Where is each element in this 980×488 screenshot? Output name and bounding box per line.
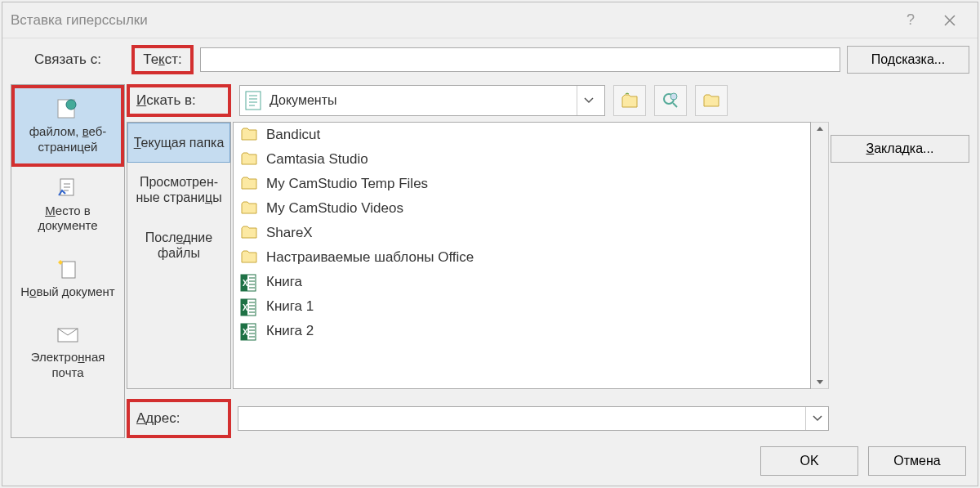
svg-text:X: X xyxy=(243,303,248,312)
list-item[interactable]: XКнига 2 xyxy=(234,319,810,343)
file-name: ShareX xyxy=(266,225,313,241)
subnav-browsed-pages[interactable]: Просмотрен-ные страницы xyxy=(127,163,230,217)
look-in-selected: Документы xyxy=(270,93,577,108)
look-in-label: Искать в: xyxy=(127,84,231,117)
subnav-current-folder[interactable]: Текущая папка xyxy=(127,123,230,163)
scroll-up-icon xyxy=(816,126,824,132)
list-item[interactable]: Bandicut xyxy=(234,123,810,147)
file-name: My CamStudio Temp Files xyxy=(266,176,428,192)
look-in-row: Искать в: Документы xyxy=(127,84,829,117)
svg-point-7 xyxy=(670,93,677,100)
folder-open-icon xyxy=(702,93,720,108)
link-type-label: файлом, веб-страницей xyxy=(18,124,118,155)
close-icon xyxy=(944,15,956,26)
address-combo[interactable] xyxy=(238,406,829,431)
folder-icon xyxy=(240,200,258,217)
link-type-file-web[interactable]: файлом, веб-страницей xyxy=(11,85,124,167)
document-icon xyxy=(245,91,261,110)
file-name: Книга xyxy=(266,274,302,290)
list-item[interactable]: My CamStudio Temp Files xyxy=(234,172,810,196)
look-in-dropdown[interactable]: Документы xyxy=(239,85,605,116)
svg-point-1 xyxy=(66,100,76,110)
link-type-label: Место в документе xyxy=(16,204,120,235)
folder-icon xyxy=(240,151,258,168)
browse-body: Текущая папка Просмотрен-ные страницы По… xyxy=(127,122,829,389)
subnav-recent-files[interactable]: Последние файлы xyxy=(127,218,230,273)
dialog-content: Связать с: Текст: Подсказка... файлом, в… xyxy=(2,38,978,486)
browse-subnav: Текущая папка Просмотрен-ные страницы По… xyxy=(127,122,231,389)
chevron-down-icon xyxy=(805,407,828,430)
up-folder-button[interactable] xyxy=(613,85,646,116)
file-list-wrap: BandicutCamtasia StudioMy CamStudio Temp… xyxy=(233,122,829,389)
dialog-footer: OK Отмена xyxy=(11,438,969,479)
excel-icon: X xyxy=(240,323,258,339)
web-file-icon xyxy=(55,96,81,121)
scrollbar[interactable] xyxy=(811,122,829,389)
help-button[interactable]: ? xyxy=(891,8,930,33)
list-item[interactable]: My CamStudio Videos xyxy=(234,196,810,221)
browse-file-button[interactable] xyxy=(695,85,728,116)
link-type-place-in-doc[interactable]: Место в документе xyxy=(11,167,124,244)
file-name: Настраиваемые шаблоны Office xyxy=(266,249,474,266)
link-type-label: Электронная почта xyxy=(16,350,120,381)
hyperlink-dialog: Вставка гиперссылки ? Связать с: Текст: … xyxy=(2,2,978,486)
center-area: Искать в: Документы xyxy=(127,84,829,438)
chevron-down-icon xyxy=(577,86,599,115)
list-item[interactable]: Настраиваемые шаблоны Office xyxy=(234,245,810,270)
close-button[interactable] xyxy=(930,8,969,33)
email-icon xyxy=(55,322,81,347)
main-area: файлом, веб-страницей Место в документе … xyxy=(11,84,969,438)
file-name: Книга 2 xyxy=(266,323,314,339)
browse-web-button[interactable] xyxy=(654,85,687,116)
file-name: Bandicut xyxy=(266,127,320,143)
screentip-button[interactable]: Подсказка... xyxy=(847,46,969,74)
folder-icon xyxy=(240,127,258,143)
doc-place-icon xyxy=(55,176,81,200)
right-buttons: Закладка... xyxy=(831,84,969,438)
address-label: Адрес: xyxy=(127,399,231,438)
folder-icon xyxy=(240,225,258,241)
link-type-email[interactable]: Электронная почта xyxy=(11,313,124,390)
svg-text:X: X xyxy=(243,328,248,337)
list-item[interactable]: ShareX xyxy=(234,221,810,245)
ok-button[interactable]: OK xyxy=(760,446,858,476)
text-label: Текст: xyxy=(131,45,194,74)
svg-rect-5 xyxy=(246,92,261,110)
address-row: Адрес: xyxy=(127,399,829,438)
folder-icon xyxy=(240,176,258,192)
svg-text:X: X xyxy=(243,279,248,288)
search-web-icon xyxy=(662,92,679,110)
file-list[interactable]: BandicutCamtasia StudioMy CamStudio Temp… xyxy=(233,122,811,389)
file-name: Camtasia Studio xyxy=(266,151,368,168)
new-doc-icon xyxy=(55,257,81,281)
list-item[interactable]: XКнига xyxy=(234,270,810,294)
link-type-label: Новый документ xyxy=(20,284,114,300)
list-item[interactable]: XКнига 1 xyxy=(234,294,810,319)
svg-rect-3 xyxy=(62,262,75,278)
list-item[interactable]: Camtasia Studio xyxy=(234,147,810,172)
folder-up-icon xyxy=(621,92,639,109)
address-input[interactable] xyxy=(238,407,805,430)
excel-icon: X xyxy=(240,298,258,315)
link-type-panel: файлом, веб-страницей Место в документе … xyxy=(11,84,125,438)
excel-icon: X xyxy=(240,274,258,290)
titlebar: Вставка гиперссылки ? xyxy=(2,2,978,38)
top-row: Связать с: Текст: Подсказка... xyxy=(11,45,969,74)
dialog-title: Вставка гиперссылки xyxy=(11,12,891,29)
link-type-new-doc[interactable]: Новый документ xyxy=(11,243,124,313)
scroll-down-icon xyxy=(816,378,824,385)
text-input[interactable] xyxy=(200,47,840,72)
link-to-label: Связать с: xyxy=(11,51,125,68)
bookmark-button[interactable]: Закладка... xyxy=(831,135,969,163)
cancel-button[interactable]: Отмена xyxy=(868,446,966,476)
file-name: My CamStudio Videos xyxy=(266,200,403,217)
file-name: Книга 1 xyxy=(266,298,314,315)
folder-icon xyxy=(240,249,258,266)
